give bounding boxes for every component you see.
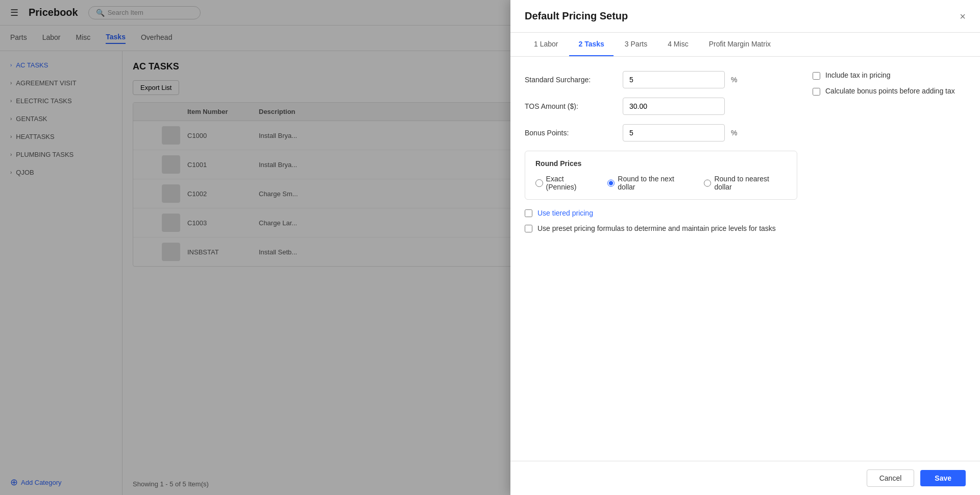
form-section: Standard Surcharge: % TOS Amount ($): Bo… bbox=[525, 71, 797, 446]
round-prices-title: Round Prices bbox=[535, 159, 787, 168]
use-tiered-pricing-row: Use tiered pricing bbox=[525, 209, 797, 217]
radio-nearest-dollar[interactable]: Round to nearest dollar bbox=[704, 175, 787, 191]
save-button[interactable]: Save bbox=[920, 470, 966, 486]
bonus-points-suffix: % bbox=[731, 129, 737, 137]
use-tiered-pricing-label[interactable]: Use tiered pricing bbox=[537, 209, 593, 217]
modal-tab-profit-margin[interactable]: Profit Margin Matrix bbox=[700, 33, 780, 56]
modal-header: Default Pricing Setup × bbox=[510, 0, 980, 33]
standard-surcharge-row: Standard Surcharge: % bbox=[525, 71, 797, 88]
include-tax-checkbox[interactable] bbox=[813, 72, 820, 80]
bonus-points-label: Bonus Points: bbox=[525, 129, 617, 137]
modal-title: Default Pricing Setup bbox=[525, 10, 628, 22]
use-tiered-pricing-checkbox[interactable] bbox=[525, 209, 532, 217]
radio-exact-input[interactable] bbox=[535, 179, 543, 187]
tos-amount-label: TOS Amount ($): bbox=[525, 102, 617, 110]
standard-surcharge-label: Standard Surcharge: bbox=[525, 76, 617, 84]
modal-dialog: Default Pricing Setup × 1 Labor 2 Tasks … bbox=[510, 0, 980, 495]
radio-next-dollar[interactable]: Round to the next dollar bbox=[607, 175, 692, 191]
calc-bonus-row: Calculate bonus points before adding tax bbox=[813, 87, 966, 96]
tos-amount-row: TOS Amount ($): bbox=[525, 98, 797, 115]
radio-next-dollar-input[interactable] bbox=[607, 179, 615, 187]
radio-exact-label: Exact (Pennies) bbox=[546, 175, 595, 191]
modal-tabs: 1 Labor 2 Tasks 3 Parts 4 Misc Profit Ma… bbox=[510, 33, 980, 57]
bonus-points-input[interactable] bbox=[623, 124, 725, 142]
calc-bonus-checkbox[interactable] bbox=[813, 88, 820, 96]
modal-body: Standard Surcharge: % TOS Amount ($): Bo… bbox=[510, 57, 980, 461]
modal-close-button[interactable]: × bbox=[960, 11, 966, 21]
include-tax-row: Include tax in pricing bbox=[813, 71, 966, 80]
radio-next-dollar-label: Round to the next dollar bbox=[618, 175, 692, 191]
radio-nearest-dollar-label: Round to nearest dollar bbox=[714, 175, 787, 191]
modal-tab-misc[interactable]: 4 Misc bbox=[658, 33, 697, 56]
bonus-points-row: Bonus Points: % bbox=[525, 124, 797, 142]
include-tax-label[interactable]: Include tax in pricing bbox=[825, 71, 891, 79]
modal-tab-labor[interactable]: 1 Labor bbox=[525, 33, 567, 56]
use-preset-pricing-row: Use preset pricing formulas to determine… bbox=[525, 224, 797, 232]
radio-nearest-dollar-input[interactable] bbox=[704, 179, 712, 187]
cancel-button[interactable]: Cancel bbox=[867, 469, 915, 487]
modal-tab-tasks[interactable]: 2 Tasks bbox=[569, 33, 613, 56]
use-preset-pricing-checkbox[interactable] bbox=[525, 225, 532, 232]
calc-bonus-label[interactable]: Calculate bonus points before adding tax bbox=[825, 87, 955, 95]
round-prices-section: Round Prices Exact (Pennies) Round to th… bbox=[525, 151, 797, 200]
modal-footer: Cancel Save bbox=[510, 461, 980, 495]
right-panel: Include tax in pricing Calculate bonus p… bbox=[813, 71, 966, 446]
modal-tab-parts[interactable]: 3 Parts bbox=[616, 33, 656, 56]
radio-group: Exact (Pennies) Round to the next dollar… bbox=[535, 175, 787, 191]
standard-surcharge-input[interactable] bbox=[623, 71, 725, 88]
tos-amount-input[interactable] bbox=[623, 98, 725, 115]
standard-surcharge-suffix: % bbox=[731, 76, 737, 84]
radio-exact[interactable]: Exact (Pennies) bbox=[535, 175, 595, 191]
use-preset-pricing-label[interactable]: Use preset pricing formulas to determine… bbox=[537, 224, 776, 232]
